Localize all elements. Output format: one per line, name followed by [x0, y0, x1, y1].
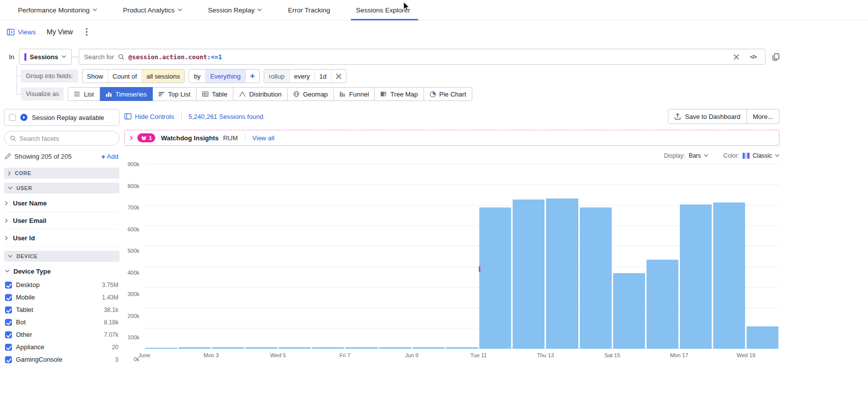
watchdog-count: 1 — [149, 135, 152, 141]
checkbox-gamingconsole[interactable] — [5, 356, 12, 363]
section-core[interactable]: CORE — [4, 168, 119, 179]
add-facet-button[interactable]: +Add — [101, 152, 118, 161]
checkbox-desktop[interactable] — [5, 282, 12, 289]
device-type-value-label: Tablet — [16, 306, 33, 313]
remove-rollup-button[interactable] — [331, 70, 346, 83]
checkbox-tablet[interactable] — [5, 306, 12, 313]
chevron-down-icon — [257, 8, 262, 11]
viz-distribution-button[interactable]: Distribution — [233, 87, 288, 101]
viz-list-button[interactable]: List — [68, 87, 100, 101]
y-axis-label: 900k — [127, 161, 139, 167]
viz-geomap-button[interactable]: Geomap — [288, 87, 334, 101]
facet-user-id[interactable]: User Id — [4, 229, 119, 247]
checkbox-other[interactable] — [5, 331, 12, 338]
query-text-input[interactable]: @session.action.count:<=1 — [128, 53, 222, 61]
watchdog-badge: 1 — [137, 133, 155, 142]
list-icon — [74, 91, 80, 97]
viz-funnel-button[interactable]: Funnel — [334, 87, 375, 101]
tree-map-icon — [380, 91, 387, 97]
watchdog-view-all-link[interactable]: View all — [252, 134, 275, 142]
viz-top-list-button[interactable]: Top List — [153, 87, 197, 101]
facet-search-input[interactable] — [19, 135, 113, 142]
chart-bar-jun-15[interactable] — [613, 273, 645, 349]
viz-tree-map-button[interactable]: Tree Map — [375, 87, 424, 101]
tab-product-analytics[interactable]: Product Analytics — [123, 0, 182, 20]
facet-summary-row: Showing 205 of 205 +Add — [4, 149, 119, 164]
views-label: Views — [18, 28, 36, 36]
device-type-appliance: Appliance20 — [4, 341, 119, 353]
session-replay-checkbox[interactable] — [9, 114, 16, 121]
group-by-row: Group into fields: Show Count of all ses… — [21, 69, 868, 83]
chart-bar-jun-13[interactable] — [546, 199, 578, 349]
copy-query-button[interactable] — [772, 53, 779, 61]
hide-controls-label: Hide Controls — [135, 113, 174, 120]
chart-bar-jun-14[interactable] — [580, 207, 612, 349]
search-row: In Sessions Search for @session.action.c… — [0, 48, 779, 65]
top-nav: Performance MonitoringProduct AnalyticsS… — [0, 0, 868, 20]
count-target-token[interactable]: all sessions — [142, 70, 184, 83]
current-view-name[interactable]: My View — [47, 28, 73, 36]
facet-search[interactable] — [4, 131, 119, 146]
checkbox-appliance[interactable] — [5, 344, 12, 351]
viz-label: Top List — [168, 91, 191, 98]
scope-selector-dropdown[interactable]: Sessions — [19, 49, 72, 65]
viz-table-button[interactable]: Table — [197, 87, 233, 101]
pencil-icon[interactable] — [5, 153, 11, 159]
count-of-dropdown[interactable]: Count of — [108, 70, 142, 83]
add-group-by-button[interactable]: + — [246, 70, 259, 83]
facet-device-type[interactable]: Device Type — [4, 264, 119, 279]
section-core-label: CORE — [15, 170, 31, 176]
checkbox-mobile[interactable] — [5, 294, 12, 301]
chart-bar-jun-18[interactable] — [713, 202, 745, 349]
plot-area[interactable] — [144, 165, 779, 349]
view-options-button[interactable] — [84, 28, 90, 36]
color-dropdown[interactable]: Classic — [743, 152, 779, 159]
save-to-dashboard-button[interactable]: Save to Dashboard — [668, 109, 746, 123]
tab-label: Error Tracking — [288, 6, 330, 14]
chevron-down-icon — [704, 154, 708, 157]
chart-bar-jun-12[interactable] — [513, 200, 544, 349]
tab-error-tracking[interactable]: Error Tracking — [288, 0, 330, 20]
chart-bar-jun-19[interactable] — [747, 326, 778, 349]
chevron-down-icon — [8, 187, 12, 190]
facet-label: User Name — [13, 200, 47, 207]
section-device[interactable]: DEVICE — [4, 251, 119, 262]
close-icon — [336, 74, 341, 79]
bar-slot — [512, 165, 545, 349]
chart-bar-jun-17[interactable] — [680, 204, 712, 349]
tab-performance-monitoring[interactable]: Performance Monitoring — [18, 0, 97, 20]
geomap-icon — [293, 91, 300, 97]
tab-session-replay[interactable]: Session Replay — [208, 0, 262, 20]
facet-user-name[interactable]: User Name — [4, 195, 119, 212]
facet-count-text: Showing 205 of 205 — [14, 153, 72, 160]
chevron-right-icon[interactable] — [130, 136, 133, 140]
chart-bar-jun-11[interactable] — [479, 207, 511, 349]
section-user[interactable]: USER — [4, 183, 119, 194]
tab-sessions-explorer[interactable]: Sessions Explorer — [356, 0, 410, 20]
viz-timeseries-button[interactable]: Timeseries — [100, 87, 153, 101]
chart-bar-jun-16[interactable] — [647, 260, 678, 349]
viz-pie-chart-button[interactable]: Pie Chart — [424, 87, 472, 101]
views-button[interactable]: Views — [7, 28, 36, 36]
bar-slot — [479, 165, 512, 349]
hide-controls-icon — [124, 113, 131, 119]
session-replay-filter[interactable]: Session Replay available — [4, 109, 119, 126]
rollup-interval-dropdown[interactable]: 1d — [315, 70, 331, 83]
group-by-group: by Everything + — [189, 69, 260, 83]
code-view-button[interactable]: </> — [747, 54, 760, 60]
watchdog-dog-icon — [141, 135, 147, 141]
by-value-token[interactable]: Everything — [206, 70, 245, 83]
tab-label: Product Analytics — [123, 6, 175, 14]
facet-user-email[interactable]: User Email — [4, 212, 119, 229]
query-search-box[interactable]: Search for @session.action.count:<=1 </> — [79, 49, 765, 65]
visualize-as-label: Visualize as — [21, 88, 64, 100]
clear-query-button[interactable] — [730, 54, 743, 60]
rollup-every-dropdown[interactable]: every — [290, 70, 315, 83]
copy-icon — [772, 53, 779, 61]
more-button[interactable]: More... — [747, 109, 779, 123]
chevron-down-icon — [8, 255, 12, 258]
hide-controls-button[interactable]: Hide Controls — [124, 113, 174, 120]
checkbox-bot[interactable] — [5, 319, 12, 326]
watchdog-insights-banner[interactable]: 1 Watchdog Insights RUM View all — [124, 130, 779, 146]
display-dropdown[interactable]: Bars — [689, 152, 709, 159]
